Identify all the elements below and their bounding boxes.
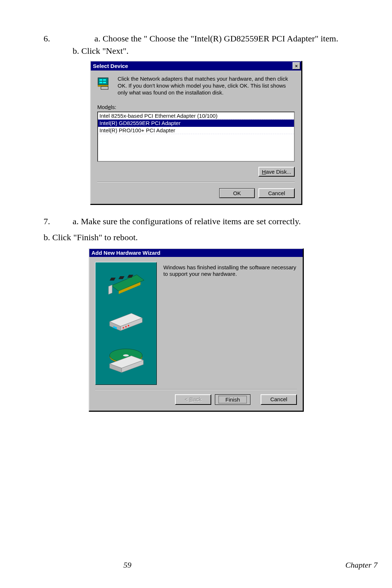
step-number: 7. (44, 216, 73, 228)
chapter-label: Chapter 7 (345, 560, 377, 570)
step-6: 6. a. Choose the " Choose the "Intel(R) … (44, 33, 348, 57)
svg-point-18 (125, 326, 127, 327)
svg-rect-6 (101, 86, 108, 89)
step-7: 7. a. Make sure the configurations of re… (44, 216, 348, 228)
step7-line-a: a. Make sure the configurations of relat… (73, 216, 348, 228)
dialog-title: Add New Hardware Wizard (91, 250, 160, 256)
step-number: 6. (44, 33, 73, 57)
separator (97, 182, 295, 182)
models-label: Models: (97, 104, 295, 110)
instruction-text: Click the Network adapters that matches … (118, 76, 295, 96)
svg-rect-0 (98, 78, 108, 85)
wizard-graphic (95, 262, 157, 385)
svg-rect-2 (103, 79, 106, 81)
page-footer: 59 Chapter 7 (0, 560, 392, 570)
svg-rect-9 (118, 276, 124, 279)
add-new-hardware-wizard-dialog: Add New Hardware Wizard (89, 248, 303, 411)
finish-button[interactable]: Finish (215, 394, 250, 405)
list-item[interactable]: Intel(R) PRO/100+ PCI Adapter (98, 127, 294, 134)
svg-point-17 (123, 327, 124, 329)
list-item[interactable]: Intel 8255x-based PCI Ethernet Adapter (… (98, 112, 294, 120)
cancel-button[interactable]: Cancel (261, 394, 297, 405)
separator (95, 389, 297, 390)
close-icon: × (295, 64, 298, 68)
back-button: < Back (175, 394, 211, 405)
dialog-title: Select Device (93, 63, 128, 69)
svg-point-22 (123, 354, 129, 357)
ok-button[interactable]: OK (219, 188, 255, 198)
network-adapter-icon (97, 76, 112, 90)
svg-rect-3 (99, 82, 102, 83)
wizard-message: Windows has finished installing the soft… (163, 262, 297, 385)
svg-rect-5 (98, 85, 108, 86)
svg-marker-11 (109, 285, 112, 294)
step6-line-a: a. Choose the " Choose the "Intel(R) GD8… (73, 33, 348, 45)
cancel-button[interactable]: Cancel (258, 188, 295, 198)
models-listbox[interactable]: Intel 8255x-based PCI Ethernet Adapter (… (97, 112, 295, 162)
svg-rect-8 (110, 278, 116, 281)
drive-disc-icon (104, 346, 148, 375)
pci-card-icon (104, 271, 148, 297)
select-device-dialog: Select Device × Click the Network adap (90, 61, 302, 205)
close-button[interactable]: × (293, 62, 300, 69)
titlebar: Select Device × (91, 61, 301, 71)
titlebar: Add New Hardware Wizard (89, 249, 303, 257)
svg-point-19 (128, 325, 129, 326)
device-box-icon (106, 309, 146, 334)
page-number: 59 (123, 560, 131, 570)
list-item-selected[interactable]: Intel(R) GD82559ER PCI Adapter (98, 120, 294, 127)
step7-line-b: b. Click "Finish" to reboot. (44, 231, 348, 244)
step6-line-b: b. Click "Next". (73, 45, 348, 57)
svg-rect-4 (103, 82, 106, 83)
have-disk-button[interactable]: Have Disk... (258, 167, 295, 177)
svg-rect-1 (99, 79, 102, 81)
